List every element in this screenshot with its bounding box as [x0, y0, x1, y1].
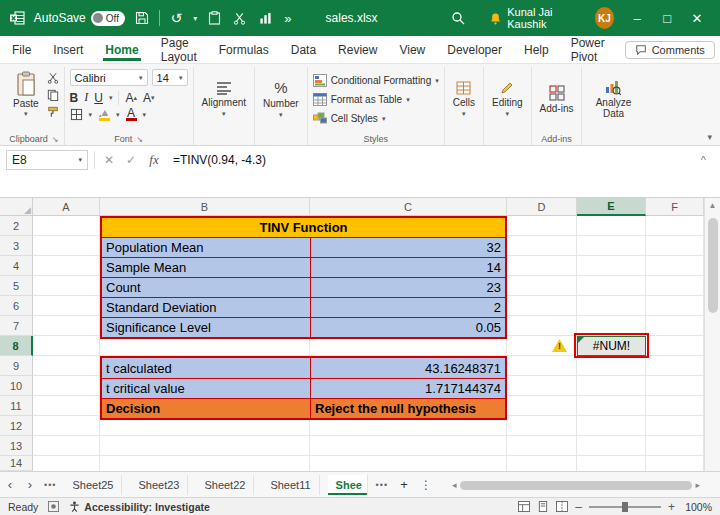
avatar[interactable]: KJ	[595, 7, 614, 29]
collapse-formula-bar-icon[interactable]: ^	[701, 154, 714, 166]
collapse-ribbon-icon[interactable]: ▾	[707, 132, 712, 142]
tab-review[interactable]: Review	[336, 39, 379, 61]
bold-button[interactable]: B	[70, 91, 79, 105]
row-header-14[interactable]: 14	[0, 456, 33, 471]
account-menu[interactable]: Kunal Jai Kaushik	[489, 6, 582, 30]
minimize-button[interactable]: –	[622, 0, 652, 36]
tab-page-layout[interactable]: Page Layout	[159, 32, 199, 68]
conditional-formatting-button[interactable]: Conditional Formatting ▾	[313, 71, 439, 90]
zoom-in-button[interactable]: +	[668, 500, 675, 514]
borders-button[interactable]	[70, 108, 83, 121]
column-header-e[interactable]: E	[577, 198, 646, 216]
sheet-tab-sheet25[interactable]: Sheet25	[64, 475, 122, 495]
italic-button[interactable]: I	[84, 90, 88, 105]
row-header-3[interactable]: 3	[0, 236, 33, 256]
new-sheet-button[interactable]: +	[396, 477, 412, 493]
paste-dropdown-icon[interactable]: ▾	[24, 110, 28, 118]
column-header-b[interactable]: B	[100, 198, 310, 216]
page-layout-view-icon[interactable]	[537, 501, 549, 512]
table-row[interactable]: Population Mean32	[102, 237, 505, 257]
row-header-11[interactable]: 11	[0, 396, 33, 416]
font-name-select[interactable]: Calibri▾	[70, 69, 148, 86]
table-row[interactable]: t critical value1.717144374	[102, 378, 505, 398]
accessibility-status[interactable]: Accessibility: Investigate	[69, 501, 209, 513]
paste-button[interactable]: Paste ▾	[9, 69, 43, 120]
analyze-data-button[interactable]: Analyze Data	[587, 69, 639, 129]
font-size-select[interactable]: 14▾	[152, 69, 188, 86]
underline-button[interactable]: U	[94, 91, 103, 105]
sheet-tab-sheet11[interactable]: Sheet11	[262, 475, 319, 495]
close-button[interactable]: ✕	[682, 0, 712, 36]
row-header-4[interactable]: 4	[0, 256, 33, 276]
fill-color-button[interactable]	[98, 109, 110, 121]
tab-insert[interactable]: Insert	[51, 39, 85, 61]
chart-icon[interactable]	[257, 8, 275, 28]
more-sheets-icon[interactable]: •••	[44, 480, 56, 490]
font-color-button[interactable]: A	[126, 108, 137, 121]
table-title-cell[interactable]: TINV Function	[102, 218, 505, 237]
scroll-right-icon[interactable]: ▸	[695, 480, 700, 490]
zoom-out-button[interactable]: –	[575, 500, 582, 514]
cell-styles-button[interactable]: Cell Styles ▾	[313, 109, 439, 128]
undo-dropdown-icon[interactable]: ▾	[193, 14, 197, 23]
table-row[interactable]: Count23	[102, 277, 505, 297]
scroll-left-icon[interactable]: ◂	[452, 480, 457, 490]
vertical-scrollbar[interactable]: ▲	[704, 198, 720, 471]
column-header-d[interactable]: D	[507, 198, 577, 216]
zoom-slider-thumb[interactable]	[622, 502, 628, 512]
prev-sheet-icon[interactable]: ‹	[4, 477, 16, 492]
format-painter-button[interactable]	[47, 106, 59, 118]
decrease-font-button[interactable]: A▾	[143, 91, 155, 105]
row-header-12[interactable]: 12	[0, 416, 33, 436]
scroll-up-icon[interactable]: ▲	[705, 198, 720, 210]
cell-e8-error[interactable]: #NUM!	[577, 336, 646, 356]
tab-view[interactable]: View	[397, 39, 427, 61]
error-options-button[interactable]: !	[551, 337, 568, 354]
row-header-9[interactable]: 9	[0, 356, 33, 376]
name-box-dropdown-icon[interactable]: ▾	[78, 156, 82, 164]
name-box[interactable]: E8 ▾	[6, 150, 88, 170]
row-header-7[interactable]: 7	[0, 316, 33, 336]
tab-formulas[interactable]: Formulas	[217, 39, 271, 61]
cut-icon[interactable]	[231, 8, 249, 28]
horizontal-scrollbar[interactable]: ◂ ▸	[452, 479, 700, 491]
normal-view-icon[interactable]	[518, 501, 530, 512]
more-commands-icon[interactable]: »	[284, 12, 291, 25]
table-row[interactable]: Sample Mean14	[102, 257, 505, 277]
vertical-scroll-thumb[interactable]	[708, 218, 718, 313]
row-header-13[interactable]: 13	[0, 436, 33, 456]
row-header-2[interactable]: 2	[0, 216, 33, 236]
addins-button[interactable]: Add-ins	[537, 69, 577, 129]
editing-button[interactable]: Editing ▾	[489, 69, 526, 129]
horizontal-scroll-thumb[interactable]	[460, 481, 693, 490]
tab-file[interactable]: File	[10, 39, 33, 61]
comments-button[interactable]: Comments	[625, 41, 715, 59]
cells-button[interactable]: Cells ▾	[450, 69, 478, 129]
format-as-table-button[interactable]: Format as Table ▾	[313, 90, 439, 109]
tab-data[interactable]: Data	[289, 39, 318, 61]
formula-input[interactable]: =TINV(0.94, -4.3)	[173, 153, 266, 167]
save-icon[interactable]	[133, 8, 151, 28]
zoom-level[interactable]: 100%	[682, 501, 712, 513]
row-header-10[interactable]: 10	[0, 376, 33, 396]
sheet-tab-sheet23[interactable]: Sheet23	[130, 475, 188, 495]
number-button[interactable]: % Number ▾	[260, 69, 302, 129]
sheet-tab-active[interactable]: Shee	[328, 475, 368, 495]
alignment-button[interactable]: Alignment ▾	[199, 69, 249, 129]
next-sheet-icon[interactable]: ›	[24, 477, 36, 492]
font-dialog-launcher-icon[interactable]: ↘	[136, 135, 143, 144]
tab-power-pivot[interactable]: Power Pivot	[569, 32, 607, 68]
tab-help[interactable]: Help	[522, 39, 551, 61]
clipboard-icon[interactable]	[205, 8, 223, 28]
zoom-slider[interactable]	[589, 506, 661, 508]
clipboard-dialog-launcher-icon[interactable]: ↘	[52, 135, 59, 144]
more-sheets-icon[interactable]: •••	[376, 480, 388, 490]
autosave-toggle[interactable]: AutoSave Off	[34, 11, 125, 26]
table-row[interactable]: Significance Level0.05	[102, 317, 505, 337]
column-header-f[interactable]: F	[646, 198, 704, 216]
undo-icon[interactable]: ↺	[168, 8, 186, 28]
search-icon[interactable]	[450, 8, 468, 28]
confirm-entry-icon[interactable]: ✓	[123, 153, 139, 167]
page-break-view-icon[interactable]	[556, 501, 568, 512]
increase-font-button[interactable]: A▴	[125, 91, 137, 105]
